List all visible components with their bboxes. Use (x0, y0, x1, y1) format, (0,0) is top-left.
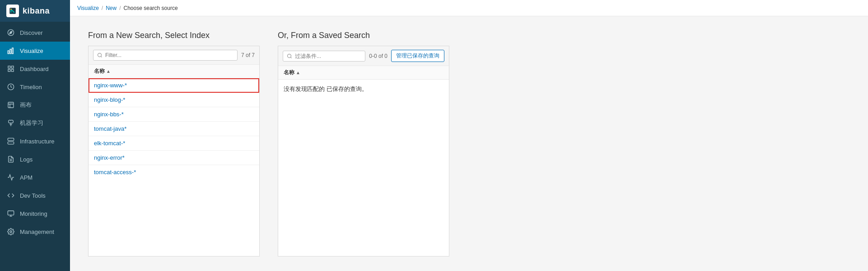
chart-bar-icon (6, 46, 15, 55)
sidebar-item-management-label: Management (20, 228, 54, 235)
svg-rect-10 (11, 69, 14, 71)
sidebar-item-discover-label: Discover (20, 29, 43, 36)
svg-rect-19 (8, 211, 14, 215)
index-row-text: nginx-error* (94, 154, 125, 161)
right-col-name: 名称 ▲ (284, 69, 300, 76)
svg-rect-14 (8, 142, 14, 144)
sidebar-item-ml-label: 机器学习 (20, 119, 43, 127)
sidebar-item-discover[interactable]: Discover (0, 24, 70, 42)
sidebar: kibana Discover Visualize Dashboard Tim (0, 0, 70, 271)
file-text-icon (6, 155, 15, 164)
sidebar-nav: Discover Visualize Dashboard Timelion 画布 (0, 22, 70, 271)
sidebar-item-dashboard-label: Dashboard (20, 66, 49, 72)
svg-point-22 (10, 231, 12, 233)
gear-icon (6, 227, 15, 236)
left-panel-title: From a New Search, Select Index (88, 31, 260, 40)
clock-icon (6, 82, 15, 91)
sidebar-item-timelion-label: Timelion (20, 84, 42, 90)
table-row[interactable]: tomcat-access-* (89, 165, 259, 179)
sidebar-item-visualize[interactable]: Visualize (0, 42, 70, 60)
left-filter-input[interactable] (105, 52, 233, 58)
svg-rect-5 (10, 49, 11, 54)
content-area: From a New Search, Select Index 7 of 7 名… (70, 16, 868, 271)
svg-rect-7 (8, 66, 10, 68)
svg-marker-3 (9, 31, 12, 34)
index-row-text: tomcat-access-* (94, 169, 136, 176)
sidebar-item-apm[interactable]: APM (0, 168, 70, 186)
sidebar-item-monitoring-label: Monitoring (20, 210, 47, 217)
svg-point-25 (288, 54, 291, 57)
breadcrumb-sep-1: / (102, 5, 103, 11)
search-icon (97, 52, 103, 58)
kibana-logo-icon (6, 5, 19, 17)
logo[interactable]: kibana (0, 0, 70, 22)
search-icon (287, 53, 292, 59)
main-content: Visualize / New / Choose search source F… (70, 0, 868, 271)
svg-rect-13 (8, 138, 14, 140)
svg-rect-8 (11, 66, 14, 68)
sidebar-item-canvas[interactable]: 画布 (0, 96, 70, 114)
activity-icon (6, 173, 15, 182)
svg-rect-9 (8, 69, 10, 71)
right-panel: 0-0 of 0 管理已保存的查询 名称 ▲ 没有发现匹配的 已保存的查询。 (278, 46, 449, 257)
sort-asc-icon: ▲ (106, 69, 111, 74)
left-filter-input-wrap (93, 50, 238, 61)
layout-icon (6, 100, 15, 109)
sidebar-item-monitoring[interactable]: Monitoring (0, 204, 70, 223)
compass-icon (6, 28, 15, 37)
breadcrumb-bar: Visualize / New / Choose search source (70, 0, 868, 16)
sidebar-item-canvas-label: 画布 (20, 101, 32, 109)
table-row[interactable]: nginx-blog-* (89, 93, 259, 107)
index-row-text: nginx-www-* (94, 82, 127, 89)
right-filter-input[interactable] (295, 53, 361, 59)
right-filter-row: 0-0 of 0 管理已保存的查询 (278, 46, 449, 66)
right-panel-title: Or, From a Saved Search (278, 31, 850, 40)
sidebar-item-visualize-label: Visualize (20, 48, 43, 54)
svg-line-26 (290, 57, 291, 58)
grid-icon (6, 64, 15, 73)
left-filter-count: 7 of 7 (241, 52, 255, 58)
svg-line-24 (101, 56, 102, 57)
server-icon (6, 137, 15, 146)
right-panel-wrap: Or, From a Saved Search 0-0 of 0 管理已保存的查… (278, 31, 850, 257)
breadcrumb-visualize[interactable]: Visualize (77, 5, 99, 11)
breadcrumb-new[interactable]: New (106, 5, 117, 11)
left-filter-row: 7 of 7 (89, 46, 259, 65)
svg-rect-6 (12, 48, 14, 54)
manage-saved-queries-button[interactable]: 管理已保存的查询 (391, 50, 444, 62)
table-row[interactable]: tomcat-java* (89, 122, 259, 136)
sidebar-item-infrastructure[interactable]: Infrastructure (0, 132, 70, 150)
sidebar-item-logs-label: Logs (20, 156, 33, 163)
sidebar-item-devtools[interactable]: Dev Tools (0, 186, 70, 204)
sidebar-item-timelion[interactable]: Timelion (0, 78, 70, 96)
index-row-text: nginx-bbs-* (94, 111, 124, 118)
svg-rect-4 (8, 51, 9, 54)
left-panel: 7 of 7 名称 ▲ nginx-www-* nginx-blog-* (88, 46, 260, 257)
svg-rect-12 (8, 102, 14, 108)
monitor-icon (6, 209, 15, 218)
table-row[interactable]: elk-tomcat-* (89, 136, 259, 151)
index-row-text: tomcat-java* (94, 125, 126, 132)
left-table-header: 名称 ▲ (89, 65, 259, 78)
right-filter-count: 0-0 of 0 (369, 53, 387, 59)
sidebar-item-management[interactable]: Management (0, 223, 70, 241)
no-saved-queries-message: 没有发现匹配的 已保存的查询。 (278, 80, 449, 99)
code-icon (6, 191, 15, 200)
table-row[interactable]: nginx-bbs-* (89, 107, 259, 122)
table-row[interactable]: nginx-www-* (89, 78, 259, 93)
sidebar-item-devtools-label: Dev Tools (20, 192, 46, 199)
brain-icon (6, 119, 15, 128)
svg-point-23 (98, 53, 102, 57)
left-panel-wrap: From a New Search, Select Index 7 of 7 名… (88, 31, 260, 257)
sidebar-item-logs[interactable]: Logs (0, 150, 70, 168)
sidebar-item-apm-label: APM (20, 174, 33, 181)
right-table-header: 名称 ▲ (278, 66, 449, 80)
breadcrumb-current: Choose search source (124, 5, 178, 11)
index-row-text: nginx-blog-* (94, 96, 125, 103)
sort-asc-icon-right: ▲ (296, 70, 300, 75)
sidebar-item-ml[interactable]: 机器学习 (0, 114, 70, 132)
index-row-text: elk-tomcat-* (94, 140, 125, 147)
sidebar-item-dashboard[interactable]: Dashboard (0, 60, 70, 78)
right-filter-input-wrap (283, 51, 365, 62)
table-row[interactable]: nginx-error* (89, 151, 259, 165)
